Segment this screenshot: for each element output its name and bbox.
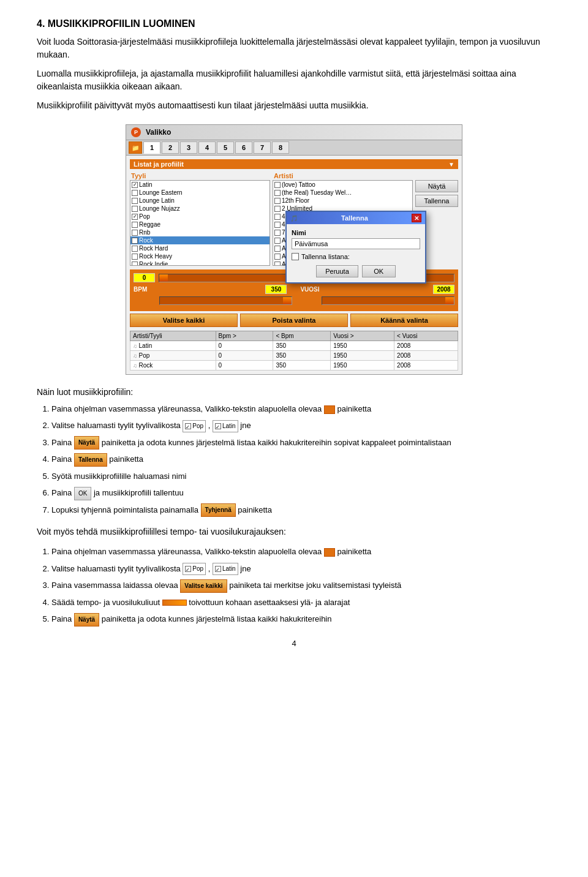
artist-checkbox-7[interactable] (274, 238, 281, 244)
bpm-label: BPM (134, 286, 152, 293)
list-item: Syötä musiikkiprofiilille haluamasi nimi (51, 469, 551, 483)
toolbar: 📁 1 2 3 4 5 6 7 8 (126, 140, 462, 156)
paragraph-3: Musiikkiprofiilit päivittyvät myös autom… (37, 99, 551, 112)
dialog-checkbox-label: Tallenna listana: (301, 253, 350, 260)
bpm-min-slider[interactable] (159, 274, 292, 282)
poista-valinta-button[interactable]: Poista valinta (240, 314, 348, 327)
style-item-rock[interactable]: ✓ Rock (130, 236, 270, 244)
list-item: Paina Näytä painiketta ja odota kunnes j… (51, 435, 551, 450)
style-label-rock-heavy: Rock Heavy (139, 253, 172, 260)
bpm-max-slider[interactable] (159, 296, 292, 305)
style-item-rock-indie[interactable]: Rock Indie (130, 260, 270, 266)
instruction-block-2: Voit myös tehdä musiikkiprofiilillesi te… (37, 525, 551, 626)
results-table: Artisti/Tyyli Bpm > < Bpm Vuosi > < Vuos… (130, 331, 458, 371)
nayta-btn-inline-2: Näytä (74, 613, 99, 627)
artist-checkbox-6[interactable] (274, 230, 281, 236)
style-checkbox-pop[interactable]: ✓ (132, 214, 138, 220)
latin-checkbox-inline-2: Latin (213, 563, 238, 575)
window-title-bar: P Valikko (126, 125, 462, 140)
artist-checkbox-8[interactable] (274, 246, 281, 252)
artist-item-12th-floor[interactable]: 12th Floor (273, 197, 412, 205)
artist-label-2: 12th Floor (282, 197, 309, 204)
tab-2[interactable]: 2 (162, 141, 179, 154)
style-checkbox-rock[interactable]: ✓ (132, 238, 138, 244)
style-checkbox-reggae[interactable] (132, 222, 138, 228)
list-item: Paina Näytä painiketta ja odota kunnes j… (51, 612, 551, 627)
dialog-buttons: Peruuta OK (292, 265, 420, 277)
style-column: Tyyli ✓ Latin Lounge Eastern Lounge Lati… (130, 171, 270, 266)
tallenna-button[interactable]: Tallenna (415, 195, 458, 207)
paragraph-1: Voit luoda Soittorasia-järjestelmääsi mu… (37, 36, 551, 61)
dialog-cancel-button[interactable]: Peruuta (316, 265, 358, 277)
bpm-max-value: 350 (265, 285, 287, 294)
col-bpm-max: < Bpm (273, 331, 331, 341)
style-checkbox-rock-indie[interactable] (132, 262, 138, 266)
artist-checkbox-10[interactable] (274, 262, 281, 266)
tallenna-btn-inline: Tallenna (74, 453, 107, 467)
style-checkbox-lounge-nujazz[interactable] (132, 206, 138, 212)
pop-checkbox-inline-2: Pop (183, 563, 206, 575)
dialog-list-checkbox[interactable] (292, 253, 299, 260)
instruction-heading-2: Voit myös tehdä musiikkiprofiilillesi te… (37, 525, 551, 538)
style-list[interactable]: ✓ Latin Lounge Eastern Lounge Latin Loun… (130, 180, 270, 266)
tab-3[interactable]: 3 (180, 141, 197, 154)
style-checkbox-rock-hard[interactable] (132, 246, 138, 252)
valitse-kaikki-button[interactable]: Valitse kaikki (130, 314, 238, 327)
style-checkbox-lounge-latin[interactable] (132, 198, 138, 204)
vuosi-max-slider[interactable] (322, 296, 454, 305)
style-checkbox-lounge-eastern[interactable] (132, 190, 138, 196)
kaanna-valinta-button[interactable]: Käännä valinta (350, 314, 458, 327)
pop-checkbox-inline: Pop (183, 420, 206, 432)
window-title: Valikko (146, 128, 171, 137)
col-vuosi-min: Vuosi > (331, 331, 394, 341)
instruction-heading-1: Näin luot musiikkiprofiilin: (37, 387, 551, 397)
folder-icon-inline-2 (324, 548, 335, 557)
style-checkbox-latin[interactable]: ✓ (132, 182, 138, 188)
dialog-name-input[interactable] (292, 238, 420, 249)
style-checkbox-rock-heavy[interactable] (132, 254, 138, 260)
dialog-close-button[interactable]: ✕ (412, 214, 421, 222)
artist-checkbox-2[interactable] (274, 198, 281, 204)
artist-checkbox-3[interactable] (274, 206, 281, 212)
tab-1[interactable]: 1 (143, 141, 160, 154)
style-item-rock-hard[interactable]: Rock Hard (130, 244, 270, 252)
style-label-rnb: Rnb (139, 229, 150, 236)
tab-4[interactable]: 4 (198, 141, 216, 154)
latin-checkbox-inline: Latin (213, 420, 238, 432)
col-artisti-tyyli: Artisti/Tyyli (130, 331, 216, 341)
style-item-latin[interactable]: ✓ Latin (130, 181, 270, 189)
artist-checkbox-5[interactable] (274, 222, 281, 228)
artist-checkbox-0[interactable] (274, 182, 281, 188)
valitse-kaikki-inline: Valitse kaikki (180, 579, 227, 593)
artist-item-love-tattoo[interactable]: (love) Tattoo (273, 181, 412, 189)
artist-checkbox-1[interactable] (274, 190, 281, 196)
tab-8[interactable]: 8 (272, 141, 289, 154)
artist-item-real-tuesday[interactable]: (the Real) Tuesday Wel… (273, 189, 412, 197)
artist-checkbox-4[interactable] (274, 214, 281, 220)
style-label-lounge-eastern: Lounge Eastern (139, 189, 183, 196)
nayta-btn-inline: Näytä (74, 436, 99, 450)
dialog-ok-button[interactable]: OK (362, 265, 396, 277)
style-item-lounge-nujazz[interactable]: Lounge Nujazz (130, 205, 270, 213)
style-item-rnb[interactable]: Rnb (130, 228, 270, 236)
bpm-min-value: 0 (134, 273, 155, 282)
bpm-max-row (134, 296, 454, 305)
style-item-lounge-eastern[interactable]: Lounge Eastern (130, 189, 270, 197)
style-label-lounge-nujazz: Lounge Nujazz (139, 205, 180, 212)
col-vuosi-max: < Vuosi (394, 331, 458, 341)
style-label-latin: Latin (139, 181, 153, 188)
tab-5[interactable]: 5 (217, 141, 234, 154)
tab-7[interactable]: 7 (254, 141, 271, 154)
table-row: ♫ Latin 0 350 1950 2008 (130, 341, 458, 351)
folder-icon[interactable]: 📁 (129, 141, 142, 154)
style-item-reggae[interactable]: Reggae (130, 220, 270, 228)
nayta-button[interactable]: Näytä (415, 180, 458, 192)
tab-6[interactable]: 6 (235, 141, 252, 154)
style-checkbox-rnb[interactable] (132, 230, 138, 236)
style-item-lounge-latin[interactable]: Lounge Latin (130, 197, 270, 205)
style-item-rock-heavy[interactable]: Rock Heavy (130, 252, 270, 260)
style-label-reggae: Reggae (139, 221, 160, 228)
dialog-title-text: Tallenna (341, 214, 368, 222)
style-item-pop[interactable]: ✓ Pop (130, 213, 270, 220)
artist-checkbox-9[interactable] (274, 254, 281, 260)
